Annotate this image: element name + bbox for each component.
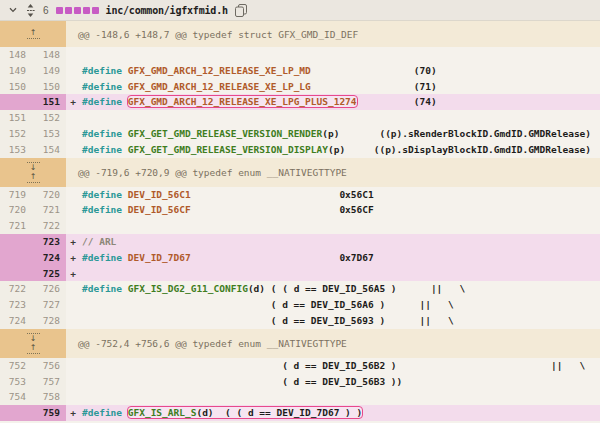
- diff-row: 722726#define GFX_IS_DG2_G11_CONFIG(d) (…: [0, 281, 600, 297]
- new-line-number[interactable]: 758: [33, 389, 66, 405]
- old-line-number[interactable]: 151: [0, 110, 33, 126]
- hunk-header-row: ↑@@ -148,6 +148,7 @@ typedef struct GFX_…: [0, 21, 600, 47]
- file-name[interactable]: inc/common/igfxfmid.h: [106, 5, 228, 16]
- old-line-number[interactable]: 720: [0, 202, 33, 218]
- old-line-number[interactable]: [0, 266, 33, 282]
- old-line-number[interactable]: 723: [0, 297, 33, 313]
- code-segment: DEV_ID_56CF: [128, 204, 191, 215]
- new-line-number[interactable]: 720: [33, 187, 66, 203]
- old-line-number[interactable]: 752: [0, 358, 33, 374]
- code-line: #define DEV_ID_56CF 0x56CF: [80, 202, 600, 218]
- line-marker: +: [66, 94, 80, 110]
- arrow-up-icon: ↑: [30, 344, 37, 352]
- diff-row: 724728 ( d == DEV_ID_5693 ) || \: [0, 313, 600, 329]
- diffstat-square: [92, 7, 99, 14]
- code-segment: ( d == DEV_ID_56B2 ) || \: [82, 360, 585, 371]
- expand-down-button[interactable]: ↓: [27, 332, 40, 343]
- code-segment: ( d == DEV_ID_5693 ) || \: [82, 315, 454, 326]
- expand-down-button[interactable]: ↓: [27, 161, 40, 172]
- arrow-up-icon: ↑: [30, 29, 37, 37]
- diffstat-square: [65, 7, 72, 14]
- old-line-number[interactable]: 724: [0, 313, 33, 329]
- old-line-number[interactable]: 149: [0, 63, 33, 79]
- arrow-down-icon: ↓: [30, 164, 37, 172]
- diffstat-square: [56, 7, 63, 14]
- new-line-number[interactable]: 759: [33, 405, 66, 421]
- new-line-number[interactable]: 723: [33, 234, 66, 250]
- expand-gutter-cell: ↑: [0, 21, 66, 47]
- new-line-number[interactable]: 725: [33, 266, 66, 282]
- new-line-number[interactable]: 153: [33, 126, 66, 142]
- expand-up-button[interactable]: ↑: [27, 173, 40, 184]
- diff-row: 152153#define GFX_GET_GMD_RELEASE_VERSIO…: [0, 126, 600, 142]
- code-line: #define DEV_ID_7D67 0x7D67: [80, 250, 600, 266]
- new-line-number[interactable]: 148: [33, 47, 66, 63]
- new-line-number[interactable]: 756: [33, 358, 66, 374]
- code-line: ( d == DEV_ID_56A6 ) || \: [80, 297, 600, 313]
- copy-path-icon[interactable]: [235, 4, 247, 17]
- diff-table: ↑@@ -148,6 +148,7 @@ typedef struct GFX_…: [0, 21, 600, 421]
- code-line: #define GFX_GET_GMD_RELEASE_VERSION_DISP…: [80, 142, 600, 158]
- new-line-number[interactable]: 724: [33, 250, 66, 266]
- old-line-number[interactable]: 152: [0, 126, 33, 142]
- code-segment: #define: [82, 407, 128, 418]
- code-segment: #define: [82, 189, 128, 200]
- code-segment: #define: [82, 65, 128, 76]
- diff-row: 719720#define DEV_ID_56C1 0x56C1: [0, 187, 600, 203]
- new-line-number[interactable]: 721: [33, 202, 66, 218]
- new-line-number[interactable]: 757: [33, 374, 66, 390]
- diffstat-squares: [56, 7, 99, 14]
- code-segment: (74): [357, 96, 437, 107]
- code-segment: GFX_GET_GMD_RELEASE_VERSION_DISPLAY: [128, 144, 328, 155]
- expand-up-button[interactable]: ↑: [27, 29, 40, 40]
- expand-gutter-cell: ↓↑: [0, 158, 66, 187]
- old-line-number[interactable]: 754: [0, 389, 33, 405]
- code-line: #define GFX_IS_DG2_G11_CONFIG(d) ( ( d =…: [80, 281, 600, 297]
- code-segment: // ARL: [82, 236, 116, 247]
- new-line-number[interactable]: 722: [33, 218, 66, 234]
- code-segment: ( d == DEV_ID_56B3 )): [82, 376, 402, 387]
- old-line-number[interactable]: 721: [0, 218, 33, 234]
- code-segment: 0x7D67: [191, 252, 374, 263]
- diff-row: 752756 ( d == DEV_ID_56B2 ) || \: [0, 358, 600, 374]
- search-match-highlight: GFX_GMD_ARCH_12_RELEASE_XE_LPG_PLUS_1274: [128, 96, 357, 107]
- diff-row-added: 151+#define GFX_GMD_ARCH_12_RELEASE_XE_L…: [0, 94, 600, 110]
- old-line-number[interactable]: 722: [0, 281, 33, 297]
- code-segment: GFX_IS_ARL_S: [128, 407, 197, 418]
- line-marker: +: [66, 250, 80, 266]
- diff-row-added: 759+#define GFX_IS_ARL_S(d) ( ( d == DEV…: [0, 405, 600, 421]
- code-line: ( d == DEV_ID_56B2 ) || \: [80, 358, 600, 374]
- diff-row: 723727 ( d == DEV_ID_56A6 ) || \: [0, 297, 600, 313]
- old-line-number[interactable]: [0, 234, 33, 250]
- collapse-chevron-icon[interactable]: [8, 5, 18, 15]
- old-line-number[interactable]: 150: [0, 79, 33, 95]
- code-segment: GFX_GMD_ARCH_12_RELEASE_XE_LPG_PLUS_1274: [128, 96, 357, 107]
- new-line-number[interactable]: 727: [33, 297, 66, 313]
- drag-handle-icon[interactable]: [25, 4, 36, 17]
- new-line-number[interactable]: 154: [33, 142, 66, 158]
- new-line-number[interactable]: 728: [33, 313, 66, 329]
- old-line-number[interactable]: 153: [0, 142, 33, 158]
- new-line-number[interactable]: 151: [33, 94, 66, 110]
- new-line-number[interactable]: 152: [33, 110, 66, 126]
- search-match-highlight: GFX_IS_ARL_S(d) ( ( d == DEV_ID_7D67 ) ): [128, 407, 363, 418]
- diff-row: 150150#define GFX_GMD_ARCH_12_RELEASE_XE…: [0, 79, 600, 95]
- code-segment: GFX_GMD_ARCH_12_RELEASE_XE_LP_MD: [128, 65, 311, 76]
- old-line-number[interactable]: 148: [0, 47, 33, 63]
- old-line-number[interactable]: [0, 94, 33, 110]
- hunk-header-row: ↓↑@@ -752,4 +756,6 @@ typedef enum __NAT…: [0, 329, 600, 358]
- code-line: ( d == DEV_ID_56B3 )): [80, 374, 600, 390]
- old-line-number[interactable]: [0, 405, 33, 421]
- code-segment: (p) ((p).sRenderBlockID.GmdID.GMDRelease…: [322, 128, 591, 139]
- new-line-number[interactable]: 149: [33, 63, 66, 79]
- old-line-number[interactable]: [0, 250, 33, 266]
- new-line-number[interactable]: 726: [33, 281, 66, 297]
- code-line: #define GFX_GMD_ARCH_12_RELEASE_XE_LP_MD…: [80, 63, 600, 79]
- old-line-number[interactable]: 719: [0, 187, 33, 203]
- expand-up-button[interactable]: ↑: [27, 344, 40, 355]
- new-line-number[interactable]: 150: [33, 79, 66, 95]
- old-line-number[interactable]: 753: [0, 374, 33, 390]
- diffstat-square: [83, 7, 90, 14]
- code-segment: DEV_ID_7D67: [128, 252, 191, 263]
- code-segment: DEV_ID_56C1: [128, 189, 191, 200]
